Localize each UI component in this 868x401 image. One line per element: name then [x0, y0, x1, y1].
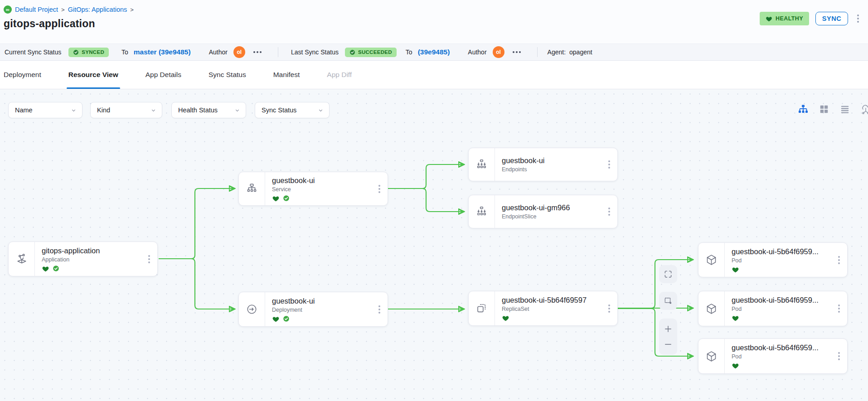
breadcrumb-project-link[interactable]: Default Project	[15, 6, 58, 13]
filter-health-status-dropdown[interactable]: Health Status	[171, 102, 246, 118]
gitops-logo-icon: ∞	[4, 5, 12, 14]
node-title: guestbook-ui-5b64f6959...	[732, 247, 835, 256]
healthy-heart-icon	[272, 195, 280, 202]
healthy-heart-icon	[732, 266, 739, 273]
node-kind: Pod	[732, 353, 835, 360]
filter-kind-label: Kind	[97, 106, 110, 114]
node-body: guestbook-ui Deployment	[265, 292, 376, 326]
graph-node-endpoints[interactable]: guestbook-ui Endpoints	[468, 148, 618, 181]
sync-button[interactable]: SYNC	[815, 12, 848, 25]
heart-icon	[766, 15, 772, 22]
last-sync-more-icon[interactable]	[511, 49, 523, 55]
graph-node-endpointslice[interactable]: guestbook-ui-gm966 EndpointSlice	[468, 195, 618, 228]
node-kind: Endpoints	[502, 166, 606, 173]
page-title: gitops-application	[4, 18, 134, 30]
tab-app-diff[interactable]: App Diff	[327, 61, 352, 89]
filter-sync-status-dropdown[interactable]: Sync Status	[255, 102, 330, 118]
health-status-badge: HEALTHY	[760, 12, 809, 25]
graph-node-application[interactable]: gitops-application Application	[8, 242, 158, 276]
succeeded-badge: SUCCEEDED	[345, 48, 397, 57]
fit-to-view-button[interactable]	[659, 292, 677, 310]
node-menu-button[interactable]	[606, 302, 617, 315]
node-menu-button[interactable]	[376, 303, 388, 316]
sync-status-bar: Current Sync Status SYNCED To master (39…	[0, 43, 868, 61]
chevron-down-icon	[234, 107, 240, 113]
node-menu-button[interactable]	[606, 205, 617, 218]
last-sync-target-link[interactable]: (39e9485)	[418, 48, 450, 56]
healthy-heart-icon	[732, 362, 739, 369]
fit-selection-icon	[664, 296, 673, 305]
succeeded-badge-label: SUCCEEDED	[358, 49, 392, 55]
zoom-in-button[interactable]	[664, 324, 673, 333]
chevron-down-icon	[318, 107, 324, 113]
node-menu-button[interactable]	[835, 253, 847, 267]
header: ∞ Default Project > GitOps: Applications…	[0, 0, 868, 43]
synced-check-icon	[53, 265, 59, 272]
author-avatar[interactable]: ol	[233, 46, 245, 58]
node-menu-button[interactable]	[606, 158, 617, 171]
pod-icon	[698, 339, 725, 373]
filter-name-dropdown[interactable]: Name	[8, 102, 82, 118]
network-view-icon[interactable]	[860, 103, 868, 115]
view-mode-toolbar	[797, 103, 868, 115]
header-left: ∞ Default Project > GitOps: Applications…	[4, 5, 134, 30]
node-status-icons	[732, 362, 835, 369]
current-sync-more-icon[interactable]	[252, 49, 263, 55]
fullscreen-icon	[664, 270, 673, 279]
tab-app-details[interactable]: App Details	[145, 61, 181, 89]
tab-sync-status[interactable]: Sync Status	[209, 61, 246, 89]
pod-icon	[698, 243, 725, 277]
breadcrumb-separator: >	[61, 6, 65, 13]
graph-node-deployment[interactable]: guestbook-ui Deployment	[238, 292, 388, 327]
divider	[537, 47, 538, 57]
app-options-menu-icon[interactable]	[854, 13, 862, 24]
node-kind: Service	[272, 186, 376, 193]
graph-node-pod-2[interactable]: guestbook-ui-5b64f6959... Pod	[698, 291, 848, 326]
node-status-icons	[272, 195, 376, 202]
healthy-heart-icon	[272, 315, 280, 322]
synced-check-icon	[283, 195, 290, 202]
resource-graph-canvas: Name Kind Health Status Sync Status	[0, 89, 868, 401]
agent-label: Agent:	[548, 48, 566, 56]
zoom-out-button[interactable]	[664, 340, 673, 349]
node-title: guestbook-ui	[502, 156, 606, 165]
last-sync-status-label: Last Sync Status	[291, 48, 339, 56]
tab-manifest[interactable]: Manifest	[273, 61, 300, 89]
graph-node-pod-3[interactable]: guestbook-ui-5b64f6959... Pod	[698, 338, 848, 374]
chevron-down-icon	[71, 107, 77, 113]
fullscreen-button[interactable]	[659, 265, 677, 283]
breadcrumb-separator: >	[130, 6, 134, 13]
node-title: guestbook-ui-gm966	[502, 203, 606, 212]
author-avatar[interactable]: ol	[493, 46, 504, 58]
node-body: gitops-application Application	[35, 242, 145, 276]
graph-node-service[interactable]: guestbook-ui Service	[238, 172, 388, 206]
graph-node-pod-1[interactable]: guestbook-ui-5b64f6959... Pod	[698, 242, 848, 277]
healthy-heart-icon	[502, 314, 509, 321]
synced-badge: SYNCED	[68, 48, 109, 57]
tree-view-icon[interactable]	[797, 103, 809, 115]
list-view-icon[interactable]	[839, 103, 851, 115]
node-kind: ReplicaSet	[502, 306, 606, 312]
filter-kind-dropdown[interactable]: Kind	[90, 102, 162, 118]
header-actions: HEALTHY SYNC	[760, 12, 862, 25]
tab-resource-view[interactable]: Resource View	[68, 61, 118, 89]
node-title: guestbook-ui-5b64f6959...	[732, 296, 835, 304]
node-menu-button[interactable]	[835, 302, 847, 315]
current-sync-target-link[interactable]: master (39e9485)	[134, 48, 191, 56]
filter-sync-status-label: Sync Status	[262, 106, 296, 114]
graph-node-replicaset[interactable]: guestbook-ui-5b64f69597 ReplicaSet	[468, 291, 618, 326]
chevron-down-icon	[150, 107, 156, 113]
node-menu-button[interactable]	[145, 252, 157, 266]
to-label: To	[121, 48, 128, 56]
tab-deployment[interactable]: Deployment	[4, 61, 41, 89]
node-body: guestbook-ui Endpoints	[495, 148, 606, 181]
breadcrumb-applications-link[interactable]: GitOps: Applications	[68, 6, 127, 13]
node-menu-button[interactable]	[376, 182, 388, 196]
node-kind: Pod	[732, 306, 835, 312]
breadcrumb: ∞ Default Project > GitOps: Applications…	[4, 5, 134, 14]
node-menu-button[interactable]	[835, 349, 847, 363]
author-label: Author	[468, 48, 486, 56]
grid-view-icon[interactable]	[818, 103, 830, 115]
author-label: Author	[209, 48, 228, 56]
node-status-icons	[502, 314, 606, 321]
